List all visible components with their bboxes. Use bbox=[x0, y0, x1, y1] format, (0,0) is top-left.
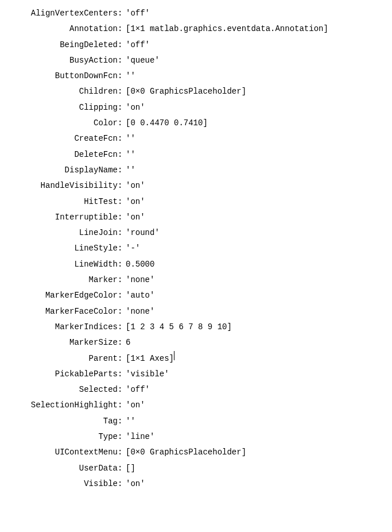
property-colon: : bbox=[118, 163, 126, 178]
property-name: Clipping bbox=[0, 100, 118, 115]
property-value: 'on' bbox=[126, 476, 145, 492]
property-row: BeingDeleted: 'off' bbox=[0, 37, 392, 53]
property-row: HandleVisibility: 'on' bbox=[0, 178, 392, 194]
property-name: SelectionHighlight bbox=[0, 398, 118, 413]
property-value: [] bbox=[126, 461, 135, 476]
property-row: Type: 'line' bbox=[0, 429, 392, 445]
property-value: [1×1 Axes] bbox=[126, 351, 174, 367]
property-row: MarkerSize: 6 bbox=[0, 335, 392, 350]
property-colon: : bbox=[118, 194, 126, 210]
property-value: 'off' bbox=[126, 6, 150, 21]
property-colon: : bbox=[118, 257, 126, 272]
property-name: CreateFcn bbox=[0, 131, 118, 147]
property-list: AlignVertexCenters: 'off'Annotation: [1×… bbox=[0, 6, 392, 492]
property-value: [1 2 3 4 5 6 7 8 9 10] bbox=[126, 319, 232, 335]
property-colon: : bbox=[118, 414, 126, 429]
property-colon: : bbox=[118, 68, 126, 84]
property-colon: : bbox=[118, 37, 126, 53]
property-colon: : bbox=[118, 461, 126, 476]
property-colon: : bbox=[118, 115, 126, 131]
property-colon: : bbox=[118, 84, 126, 99]
property-colon: : bbox=[118, 241, 126, 256]
property-name: DeleteFcn bbox=[0, 147, 118, 163]
property-value: 6 bbox=[126, 335, 130, 350]
property-colon: : bbox=[118, 272, 126, 288]
property-row: LineJoin: 'round' bbox=[0, 225, 392, 241]
property-name: HandleVisibility bbox=[0, 178, 118, 194]
property-value: 'on' bbox=[126, 194, 145, 210]
property-row: MarkerEdgeColor: 'auto' bbox=[0, 288, 392, 303]
property-row: Tag: '' bbox=[0, 414, 392, 429]
property-name: UIContextMenu bbox=[0, 445, 118, 460]
property-name: MarkerSize bbox=[0, 335, 118, 350]
property-name: Tag bbox=[0, 414, 118, 429]
property-colon: : bbox=[118, 319, 126, 335]
property-value: 'on' bbox=[126, 100, 145, 115]
property-row: MarkerFaceColor: 'none' bbox=[0, 304, 392, 319]
property-value: '' bbox=[126, 163, 135, 178]
property-name: MarkerIndices bbox=[0, 319, 118, 335]
property-colon: : bbox=[118, 304, 126, 319]
property-row: Marker: 'none' bbox=[0, 272, 392, 288]
property-row: DeleteFcn: '' bbox=[0, 147, 392, 163]
property-colon: : bbox=[118, 225, 126, 241]
property-colon: : bbox=[118, 335, 126, 350]
property-value: 'none' bbox=[126, 304, 154, 319]
property-colon: : bbox=[118, 147, 126, 163]
property-colon: : bbox=[118, 445, 126, 460]
property-row: UserData: [] bbox=[0, 461, 392, 476]
property-name: BeingDeleted bbox=[0, 37, 118, 53]
property-row: Selected: 'off' bbox=[0, 382, 392, 398]
property-row: AlignVertexCenters: 'off' bbox=[0, 6, 392, 21]
property-value: 'on' bbox=[126, 210, 145, 225]
property-name: LineStyle bbox=[0, 241, 118, 256]
property-row: Annotation: [1×1 matlab.graphics.eventda… bbox=[0, 21, 392, 37]
property-value: 'on' bbox=[126, 178, 145, 194]
property-colon: : bbox=[118, 429, 126, 445]
property-row: CreateFcn: '' bbox=[0, 131, 392, 147]
property-row: Parent: [1×1 Axes] bbox=[0, 351, 392, 367]
property-colon: : bbox=[118, 351, 126, 367]
property-row: Clipping: 'on' bbox=[0, 100, 392, 115]
property-value: '' bbox=[126, 131, 135, 147]
property-value: '-' bbox=[126, 241, 140, 256]
property-colon: : bbox=[118, 6, 126, 21]
property-name: Annotation bbox=[0, 21, 118, 37]
property-name: HitTest bbox=[0, 194, 118, 210]
property-name: PickableParts bbox=[0, 367, 118, 382]
property-row: Visible: 'on' bbox=[0, 476, 392, 492]
property-name: Selected bbox=[0, 382, 118, 398]
property-row: Children: [0×0 GraphicsPlaceholder] bbox=[0, 84, 392, 99]
property-value: 'auto' bbox=[126, 288, 154, 303]
property-value: [1×1 matlab.graphics.eventdata.Annotatio… bbox=[126, 21, 328, 37]
property-row: LineStyle: '-' bbox=[0, 241, 392, 256]
property-row: BusyAction: 'queue' bbox=[0, 53, 392, 68]
property-name: ButtonDownFcn bbox=[0, 68, 118, 84]
property-name: LineJoin bbox=[0, 225, 118, 241]
property-name: MarkerEdgeColor bbox=[0, 288, 118, 303]
property-value: '' bbox=[126, 68, 135, 84]
property-value: 'none' bbox=[126, 272, 154, 288]
property-value: '' bbox=[126, 147, 135, 163]
property-colon: : bbox=[118, 288, 126, 303]
property-name: BusyAction bbox=[0, 53, 118, 68]
property-name: DisplayName bbox=[0, 163, 118, 178]
property-value: 'queue' bbox=[126, 53, 160, 68]
property-value: 'visible' bbox=[126, 367, 169, 382]
property-row: PickableParts: 'visible' bbox=[0, 367, 392, 382]
property-row: Color: [0 0.4470 0.7410] bbox=[0, 115, 392, 131]
property-name: Children bbox=[0, 84, 118, 99]
property-row: Interruptible: 'on' bbox=[0, 210, 392, 225]
property-row: MarkerIndices: [1 2 3 4 5 6 7 8 9 10] bbox=[0, 319, 392, 335]
property-value: 'on' bbox=[126, 398, 145, 413]
property-name: Color bbox=[0, 115, 118, 131]
property-row: HitTest: 'on' bbox=[0, 194, 392, 210]
text-cursor bbox=[174, 351, 174, 360]
property-value: 'off' bbox=[126, 382, 150, 398]
property-colon: : bbox=[118, 367, 126, 382]
property-value: 'round' bbox=[126, 225, 160, 241]
property-row: SelectionHighlight: 'on' bbox=[0, 398, 392, 413]
property-row: ButtonDownFcn: '' bbox=[0, 68, 392, 84]
property-colon: : bbox=[118, 21, 126, 37]
property-colon: : bbox=[118, 178, 126, 194]
